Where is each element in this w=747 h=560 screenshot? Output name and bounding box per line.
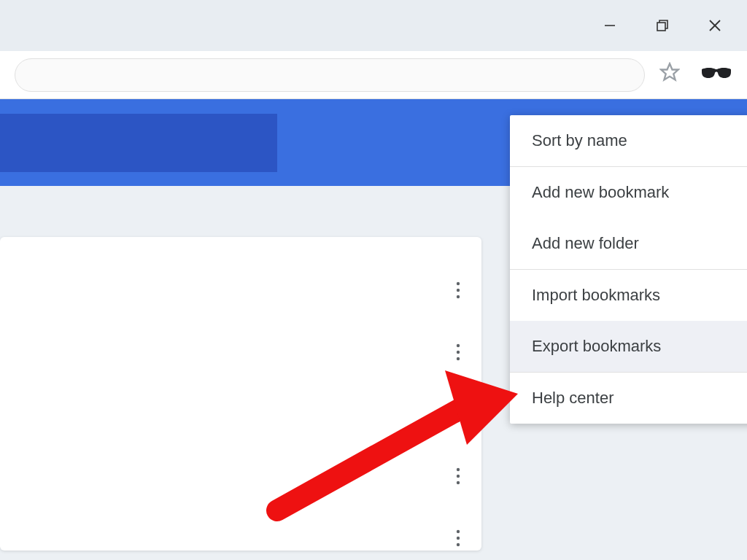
- svg-point-7: [457, 295, 460, 298]
- bookmark-row[interactable]: [0, 259, 481, 321]
- address-bar-area: [0, 51, 747, 99]
- omnibox[interactable]: [15, 58, 645, 92]
- bookmark-row[interactable]: [0, 383, 481, 445]
- svg-point-9: [457, 350, 460, 353]
- svg-point-19: [457, 542, 460, 545]
- svg-point-8: [457, 343, 460, 346]
- bookmarks-search-area[interactable]: [0, 114, 277, 172]
- menu-help-center[interactable]: Help center: [510, 373, 747, 424]
- star-icon[interactable]: [659, 62, 680, 88]
- more-vert-icon[interactable]: [455, 467, 461, 486]
- svg-point-10: [457, 357, 460, 359]
- more-vert-icon[interactable]: [455, 529, 461, 548]
- svg-point-15: [457, 474, 460, 477]
- svg-point-14: [457, 467, 460, 470]
- svg-point-16: [457, 481, 460, 483]
- more-vert-icon[interactable]: [455, 343, 461, 362]
- window-titlebar: [0, 0, 747, 51]
- svg-point-13: [457, 419, 460, 421]
- svg-marker-4: [661, 63, 678, 79]
- svg-rect-1: [657, 23, 665, 31]
- toolbar-icons: [652, 62, 732, 88]
- minimize-button[interactable]: [584, 0, 636, 51]
- menu-add-new-bookmark[interactable]: Add new bookmark: [510, 167, 747, 218]
- bookmark-row[interactable]: [0, 445, 481, 507]
- maximize-button[interactable]: [636, 0, 689, 51]
- bookmark-row[interactable]: [0, 507, 481, 560]
- more-vert-icon[interactable]: [455, 281, 461, 300]
- maximize-icon: [655, 18, 670, 33]
- menu-sort-by-name[interactable]: Sort by name: [510, 115, 747, 166]
- svg-point-17: [457, 529, 460, 532]
- svg-point-18: [457, 536, 460, 539]
- close-icon: [708, 18, 722, 33]
- menu-export-bookmarks[interactable]: Export bookmarks: [510, 321, 747, 372]
- more-vert-icon[interactable]: [455, 405, 461, 424]
- organize-menu: Sort by name Add new bookmark Add new fo…: [510, 115, 747, 424]
- menu-import-bookmarks[interactable]: Import bookmarks: [510, 270, 747, 321]
- menu-add-new-folder[interactable]: Add new folder: [510, 218, 747, 269]
- svg-point-6: [457, 288, 460, 291]
- sunglasses-icon[interactable]: [700, 66, 732, 84]
- minimize-icon: [603, 19, 616, 32]
- bookmark-row[interactable]: [0, 321, 481, 383]
- svg-point-11: [457, 405, 460, 408]
- svg-point-12: [457, 412, 460, 415]
- close-button[interactable]: [689, 0, 741, 51]
- svg-point-5: [457, 281, 460, 284]
- bookmarks-list-card: [0, 237, 481, 551]
